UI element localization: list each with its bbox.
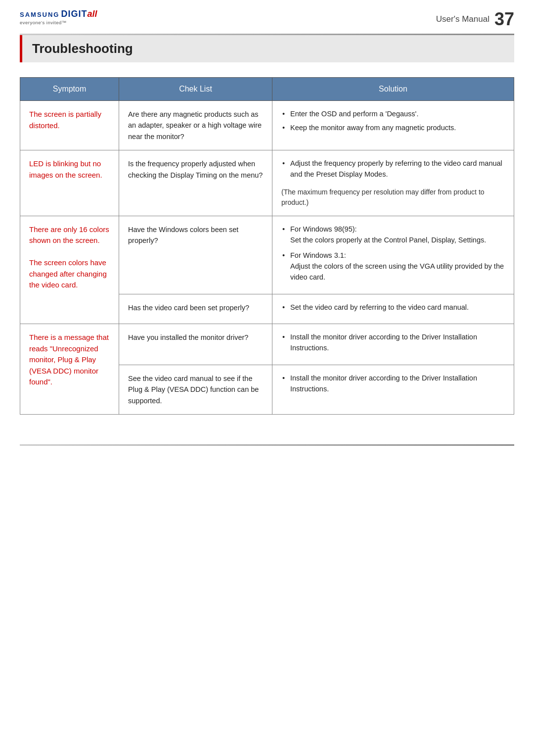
- symptom-cell: There is a message that reads "Unrecogni…: [20, 324, 119, 415]
- solution-list: Install the monitor driver according to …: [281, 332, 505, 354]
- solution-item: Enter the OSD and perform a 'Degauss'.: [281, 109, 505, 120]
- table-row: There is a message that reads "Unrecogni…: [20, 324, 514, 365]
- logo-area: SAMSUNG DIGITall everyone's invited™: [20, 9, 97, 25]
- solution-list: For Windows 98(95):Set the colors proper…: [281, 224, 505, 283]
- solution-list: Set the video card by referring to the v…: [281, 302, 505, 313]
- symptom-text: LED is blinking but no images on the scr…: [29, 159, 102, 179]
- checklist-text: See the video card manual to see if the …: [128, 375, 259, 405]
- solution-cell: Install the monitor driver according to …: [272, 324, 514, 365]
- solution-cell: For Windows 98(95):Set the colors proper…: [272, 216, 514, 294]
- symptom-cell: The screen is partially distorted.: [20, 101, 119, 150]
- solution-item: Install the monitor driver according to …: [281, 373, 505, 395]
- logo-samsung: SAMSUNG: [20, 11, 59, 18]
- symptom-cell: There are only 16 colors shown on the sc…: [20, 216, 119, 324]
- solution-cell: Adjust the frequency properly by referri…: [272, 150, 514, 216]
- logo-tagline: everyone's invited™: [20, 20, 97, 25]
- table-row: LED is blinking but no images on the scr…: [20, 150, 514, 216]
- solution-item: For Windows 3.1:Adjust the colors of the…: [281, 250, 505, 283]
- checklist-text: Have you installed the monitor driver?: [128, 333, 248, 341]
- col-header-symptom: Symptom: [20, 78, 119, 101]
- trouble-table: Symptom Chek List Solution The screen is…: [20, 77, 514, 415]
- checklist-cell: Have the Windows colors been set properl…: [119, 216, 272, 294]
- checklist-text: Has the video card been set properly?: [128, 304, 249, 312]
- main-content: Symptom Chek List Solution The screen is…: [0, 62, 534, 434]
- header-right: User's Manual 37: [436, 9, 514, 30]
- solution-item: Adjust the frequency properly by referri…: [281, 158, 505, 180]
- checklist-cell: Has the video card been set properly?: [119, 294, 272, 324]
- checklist-cell: Have you installed the monitor driver?: [119, 324, 272, 365]
- solution-list: Enter the OSD and perform a 'Degauss'. K…: [281, 109, 505, 134]
- manual-label: User's Manual: [436, 14, 490, 24]
- solution-cell: Enter the OSD and perform a 'Degauss'. K…: [272, 101, 514, 150]
- checklist-text: Are there any magnetic products such as …: [128, 110, 262, 141]
- symptom-text: The screen is partially distorted.: [29, 110, 101, 130]
- checklist-cell: Is the frequency properly adjusted when …: [119, 150, 272, 216]
- section-title: Troubleshooting: [32, 41, 133, 56]
- table-row: There are only 16 colors shown on the sc…: [20, 216, 514, 294]
- solution-item: Keep the monitor away from any magnetic …: [281, 123, 505, 134]
- logo-digit: DIGIT: [61, 9, 87, 19]
- checklist-text: Is the frequency properly adjusted when …: [128, 160, 263, 179]
- table-row: The screen is partially distorted. Are t…: [20, 101, 514, 150]
- page-header: SAMSUNG DIGITall everyone's invited™ Use…: [0, 0, 534, 30]
- footer-divider: [20, 444, 514, 446]
- symptom-text: There are only 16 colors shown on the sc…: [29, 225, 109, 289]
- checklist-text: Have the Windows colors been set properl…: [128, 226, 238, 244]
- page-number: 37: [494, 9, 514, 30]
- checklist-cell: See the video card manual to see if the …: [119, 365, 272, 414]
- logo-all: all: [87, 9, 97, 19]
- symptom-text: There is a message that reads "Unrecogni…: [29, 333, 109, 386]
- solution-item: Set the video card by referring to the v…: [281, 302, 505, 313]
- solution-note: (The maximum frequency per resolution ma…: [281, 187, 505, 208]
- solution-cell: Set the video card by referring to the v…: [272, 294, 514, 324]
- solution-item: Install the monitor driver according to …: [281, 332, 505, 354]
- symptom-cell: LED is blinking but no images on the scr…: [20, 150, 119, 216]
- solution-item: For Windows 98(95):Set the colors proper…: [281, 224, 505, 246]
- col-header-solution: Solution: [272, 78, 514, 101]
- checklist-cell: Are there any magnetic products such as …: [119, 101, 272, 150]
- logo: SAMSUNG DIGITall everyone's invited™: [20, 9, 97, 25]
- solution-list: Install the monitor driver according to …: [281, 373, 505, 395]
- solution-list: Adjust the frequency properly by referri…: [281, 158, 505, 180]
- solution-cell: Install the monitor driver according to …: [272, 365, 514, 414]
- col-header-checklist: Chek List: [119, 78, 272, 101]
- section-title-bar: Troubleshooting: [20, 35, 514, 62]
